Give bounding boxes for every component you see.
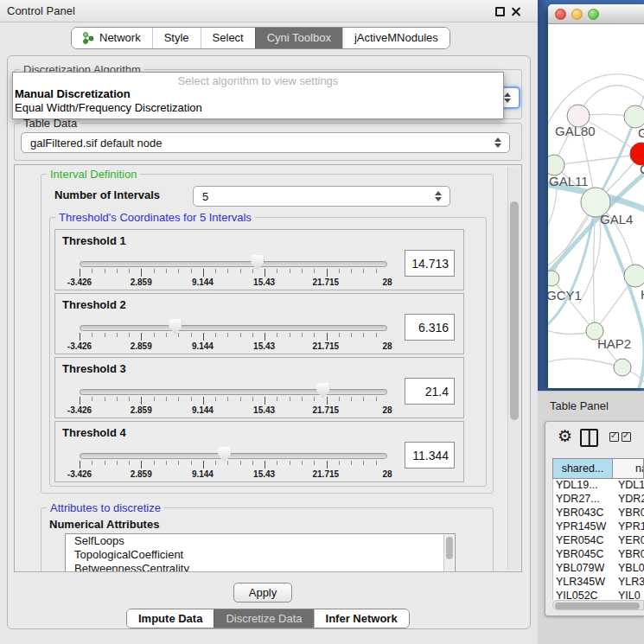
cell-name: YLR3 <box>614 576 644 590</box>
tick-label: 2.859 <box>131 277 152 287</box>
tab-select[interactable]: Select <box>201 28 255 48</box>
attributes-group-title: Attributes to discretize <box>47 501 164 514</box>
cell-name: YBR0 <box>614 548 644 562</box>
minimize-traffic-light-icon[interactable] <box>571 9 583 20</box>
network-edge[interactable] <box>554 154 641 165</box>
cell-name: YER0 <box>614 534 644 548</box>
tick-label: 15.43 <box>253 341 275 351</box>
tick-label: 15.43 <box>253 469 275 479</box>
tab-cyni-toolbox[interactable]: Cyni Toolbox <box>255 28 342 48</box>
tick-label: 28 <box>382 469 392 479</box>
table-row[interactable]: YLR345WYLR3 <box>553 576 644 590</box>
table-row[interactable]: YBR045CYBR0 <box>553 548 644 562</box>
slider-track[interactable] <box>80 261 387 267</box>
cell-shared-name: YER054C <box>553 534 614 548</box>
network-window-titlebar[interactable] <box>548 4 644 24</box>
attribute-list-item[interactable]: TopologicalCoefficient <box>66 548 455 562</box>
table-panel-region: Table Panel ⚙ shared... na YDL19...YDL1Y… <box>538 391 644 644</box>
network-graph[interactable]: GAL80GACGAL11GAL4GCY1HHAP2 <box>548 25 644 388</box>
attribute-list-item[interactable]: BetweennessCentrality <box>66 562 455 572</box>
algorithm-dropdown-popup: Select algorithm to view settings Manual… <box>12 72 504 119</box>
control-panel-title-bar: Control Panel <box>0 0 538 22</box>
threshold-value-field[interactable]: 21.4 <box>405 378 455 405</box>
column-layout-icon[interactable] <box>580 429 598 447</box>
tab-style[interactable]: Style <box>152 28 201 48</box>
cell-shared-name: YLR345W <box>553 576 614 590</box>
slider-track[interactable] <box>80 325 387 331</box>
tab-infer-network[interactable]: Infer Network <box>314 609 409 628</box>
threshold-panel: Threshold 4 -3.4262.8599.14415.4321.7152… <box>54 421 464 482</box>
table-horizontal-scrollbar[interactable] <box>552 600 644 610</box>
tick-label: 21.715 <box>313 277 340 287</box>
column-header-name[interactable]: na <box>613 458 644 479</box>
network-edge[interactable] <box>548 359 622 367</box>
dropdown-option-manual[interactable]: Manual Discretization <box>13 87 503 101</box>
combo-arrows-icon <box>504 92 512 103</box>
node-label: HAP2 <box>597 336 631 351</box>
network-canvas[interactable]: GAL80GACGAL11GAL4GCY1HHAP2 <box>548 25 644 388</box>
table-row[interactable]: YER054CYER0 <box>553 534 644 548</box>
node-label: GAL11 <box>549 174 589 188</box>
threshold-slider[interactable]: -3.4262.8599.14415.4321.71528 <box>80 261 387 288</box>
node-label: GA <box>638 125 644 140</box>
tick-label: 28 <box>382 405 392 415</box>
threshold-value-field[interactable]: 6.316 <box>405 314 455 341</box>
table-row[interactable]: YDR27...YDR2 <box>553 493 644 507</box>
dropdown-placeholder-option[interactable]: Select algorithm to view settings <box>13 73 503 87</box>
tick-label: 9.144 <box>192 405 214 415</box>
table-rows[interactable]: YDL19...YDL1YDR27...YDR2YBR043CYBR0YPR14… <box>552 479 644 600</box>
tab-impute-data[interactable]: Impute Data <box>127 609 214 628</box>
tick-label: 9.144 <box>192 469 214 479</box>
apply-button[interactable]: Apply <box>233 583 292 603</box>
dropdown-option-equal-width[interactable]: Equal Width/Frequency Discretization <box>13 101 503 115</box>
cell-name: YDL1 <box>614 479 644 493</box>
network-node[interactable] <box>624 265 644 287</box>
column-header-shared-name[interactable]: shared... <box>552 458 613 479</box>
threshold-label: Threshold 3 <box>62 362 126 375</box>
tab-network[interactable]: Network <box>72 28 152 48</box>
network-node[interactable] <box>614 359 631 376</box>
cell-name: YDR2 <box>614 493 644 507</box>
close-traffic-light-icon[interactable] <box>555 9 566 20</box>
table-row[interactable]: YBL079WYBL0 <box>553 562 644 576</box>
tick-label: 28 <box>382 341 392 351</box>
table-row[interactable]: YPR145WYPR1 <box>553 520 644 534</box>
table-row[interactable]: YIL052CYIL0 <box>553 590 644 600</box>
table-data-combobox[interactable]: galFiltered.sif default node <box>21 132 510 153</box>
cell-name: YBL0 <box>614 562 644 576</box>
network-view-window[interactable]: GAL80GACGAL11GAL4GCY1HHAP2 <box>548 4 644 388</box>
slider-ticks <box>80 461 388 469</box>
network-node[interactable] <box>548 271 559 286</box>
checkbox-icon[interactable] <box>609 432 619 442</box>
checkbox-icon[interactable] <box>622 432 631 442</box>
number-of-intervals-value: 5 <box>202 190 208 203</box>
threshold-slider[interactable]: -3.4262.8599.14415.4321.71528 <box>80 389 387 416</box>
table-row[interactable]: YBR043CYBR0 <box>553 507 644 520</box>
gear-icon[interactable]: ⚙ <box>558 426 572 445</box>
threshold-list: Threshold 1 -3.4262.8599.14415.4321.7152… <box>54 229 464 485</box>
tab-jactivemnodules[interactable]: jActiveMNodules <box>342 28 450 48</box>
float-window-icon[interactable] <box>495 7 505 16</box>
attributes-scrollbar[interactable] <box>443 535 454 572</box>
table-row[interactable]: YDL19...YDL1 <box>553 479 644 493</box>
threshold-value-field[interactable]: 14.713 <box>405 250 455 277</box>
threshold-slider[interactable]: -3.4262.8599.14415.4321.71528 <box>80 325 387 352</box>
tab-discretize-data[interactable]: Discretize Data <box>214 609 313 628</box>
network-node[interactable] <box>548 155 564 175</box>
slider-track[interactable] <box>80 389 387 395</box>
tick-label: 2.859 <box>131 405 152 415</box>
tick-label: -3.426 <box>67 341 92 351</box>
control-panel-tabbar: Network Style Select Cyni Toolbox jActiv… <box>71 27 450 49</box>
node-label: H <box>641 287 644 302</box>
threshold-slider[interactable]: -3.4262.8599.14415.4321.71528 <box>80 453 387 480</box>
close-icon[interactable] <box>511 6 521 16</box>
panel-vertical-scrollbar[interactable] <box>507 167 520 570</box>
zoom-traffic-light-icon[interactable] <box>588 9 599 20</box>
attribute-list-item[interactable]: SelfLoops <box>66 534 455 548</box>
numerical-attributes-list[interactable]: SelfLoopsTopologicalCoefficientBetweenne… <box>65 533 456 572</box>
threshold-value-field[interactable]: 11.344 <box>405 442 455 469</box>
tick-label: 9.144 <box>192 277 214 287</box>
combo-arrows-icon <box>494 137 502 148</box>
number-of-intervals-combobox[interactable]: 5 <box>193 186 450 207</box>
slider-track[interactable] <box>80 453 387 459</box>
